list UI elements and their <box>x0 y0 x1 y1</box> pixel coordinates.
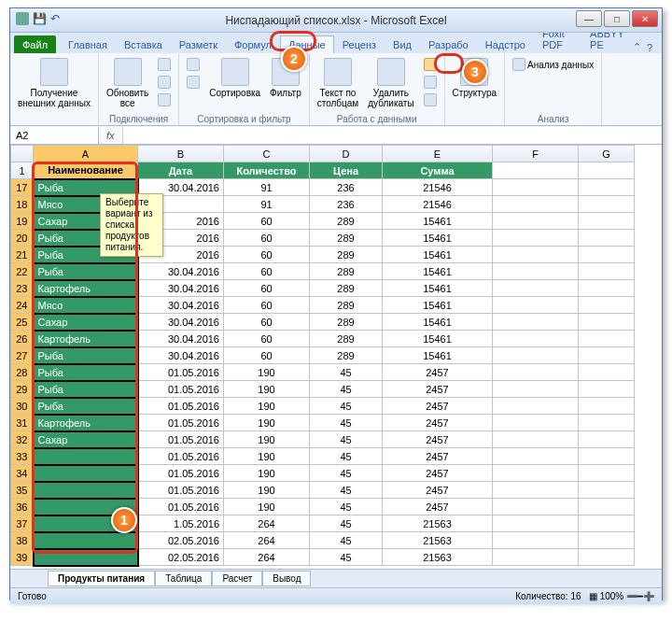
cell-e25[interactable]: 15461 <box>383 314 493 331</box>
zoom-in-icon[interactable]: ➕ <box>643 591 654 601</box>
cell-e27[interactable]: 15461 <box>383 347 493 364</box>
qat-undo-icon[interactable]: ↶ <box>50 12 60 25</box>
cell-c25[interactable]: 60 <box>224 314 310 331</box>
cell-d36[interactable]: 45 <box>310 499 383 515</box>
cell-e39[interactable]: 21563 <box>383 549 493 566</box>
cell-a35[interactable] <box>34 482 138 499</box>
data-analysis-button[interactable]: Анализ данных <box>511 56 595 73</box>
cell-c24[interactable]: 60 <box>224 297 310 314</box>
cell-e22[interactable]: 15461 <box>383 263 493 280</box>
row-33[interactable]: 33 <box>11 448 34 465</box>
cell-b32[interactable]: 01.05.2016 <box>138 431 224 448</box>
properties-button[interactable] <box>156 74 173 91</box>
header-qty[interactable]: Количество <box>224 162 310 179</box>
cell-b36[interactable]: 01.05.2016 <box>138 499 224 515</box>
cell-b37[interactable]: 1.05.2016 <box>138 515 224 532</box>
cell-d20[interactable]: 289 <box>310 230 383 247</box>
cell-c31[interactable]: 190 <box>224 415 310 431</box>
cell-d28[interactable]: 45 <box>310 364 383 381</box>
cell-d19[interactable]: 289 <box>310 213 383 230</box>
cell-e24[interactable]: 15461 <box>383 297 493 314</box>
cell-a39[interactable] <box>34 549 138 566</box>
row-17[interactable]: 17 <box>11 179 34 196</box>
row-28[interactable]: 28 <box>11 364 34 381</box>
row-38[interactable]: 38 <box>11 532 34 549</box>
row-27[interactable]: 27 <box>11 347 34 364</box>
cell-b25[interactable]: 30.04.2016 <box>138 314 224 331</box>
cell-a26[interactable]: Картофель <box>34 331 138 347</box>
cell-c33[interactable]: 190 <box>224 448 310 465</box>
cell-d31[interactable]: 45 <box>310 415 383 431</box>
cell-d38[interactable]: 45 <box>310 532 383 549</box>
cell-e26[interactable]: 15461 <box>383 331 493 347</box>
cell-e20[interactable]: 15461 <box>383 230 493 247</box>
cell-a23[interactable]: Картофель <box>34 280 138 297</box>
cell-e31[interactable]: 2457 <box>383 415 493 431</box>
cell-b24[interactable]: 30.04.2016 <box>138 297 224 314</box>
row-39[interactable]: 39 <box>11 549 34 566</box>
cell-e30[interactable]: 2457 <box>383 398 493 415</box>
cell-c17[interactable]: 91 <box>224 179 310 196</box>
cell-d33[interactable]: 45 <box>310 448 383 465</box>
sheet-output[interactable]: Вывод <box>262 571 311 586</box>
remove-duplicates-button[interactable]: Удалить дубликаты <box>366 56 415 110</box>
sheet-calc[interactable]: Расчет <box>212 571 262 586</box>
cell-b33[interactable]: 01.05.2016 <box>138 448 224 465</box>
data-validation-button[interactable] <box>422 56 439 73</box>
cell-b29[interactable]: 01.05.2016 <box>138 381 224 398</box>
cell-d27[interactable]: 289 <box>310 347 383 364</box>
cell-d39[interactable]: 45 <box>310 549 383 566</box>
cell-a25[interactable]: Сахар <box>34 314 138 331</box>
cell-d25[interactable]: 289 <box>310 314 383 331</box>
cell-e35[interactable]: 2457 <box>383 482 493 499</box>
cell-d34[interactable]: 45 <box>310 465 383 482</box>
cell-d30[interactable]: 45 <box>310 398 383 415</box>
cell-e18[interactable]: 21546 <box>383 196 493 213</box>
cell-d24[interactable]: 289 <box>310 297 383 314</box>
tab-layout[interactable]: Разметк <box>171 35 226 53</box>
cell-e38[interactable]: 21563 <box>383 532 493 549</box>
cell-b34[interactable]: 01.05.2016 <box>138 465 224 482</box>
cell-b38[interactable]: 02.05.2016 <box>138 532 224 549</box>
cell-b22[interactable]: 30.04.2016 <box>138 263 224 280</box>
cell-b35[interactable]: 01.05.2016 <box>138 482 224 499</box>
cell-c38[interactable]: 264 <box>224 532 310 549</box>
cell-e36[interactable]: 2457 <box>383 499 493 515</box>
cell-d35[interactable]: 45 <box>310 482 383 499</box>
qat-save-icon[interactable]: 💾 <box>33 12 47 25</box>
cell-d32[interactable]: 45 <box>310 431 383 448</box>
cell-c28[interactable]: 190 <box>224 364 310 381</box>
row-24[interactable]: 24 <box>11 297 34 314</box>
header-sum[interactable]: Сумма <box>383 162 493 179</box>
cell-d21[interactable]: 289 <box>310 247 383 263</box>
cell-c27[interactable]: 60 <box>224 347 310 364</box>
row-18[interactable]: 18 <box>11 196 34 213</box>
cell-c34[interactable]: 190 <box>224 465 310 482</box>
cell-c30[interactable]: 190 <box>224 398 310 415</box>
cell-c35[interactable]: 190 <box>224 482 310 499</box>
what-if-button[interactable] <box>422 92 439 108</box>
cell-a38[interactable] <box>34 532 138 549</box>
cell-a29[interactable]: Рыба <box>34 381 138 398</box>
row-36[interactable]: 36 <box>11 499 34 515</box>
cell-e23[interactable]: 15461 <box>383 280 493 297</box>
cell-c21[interactable]: 60 <box>224 247 310 263</box>
cell-e19[interactable]: 15461 <box>383 213 493 230</box>
fx-icon[interactable]: fx <box>99 130 122 141</box>
formula-input[interactable] <box>122 127 662 144</box>
cell-c39[interactable]: 264 <box>224 549 310 566</box>
row-32[interactable]: 32 <box>11 431 34 448</box>
cell-b31[interactable]: 01.05.2016 <box>138 415 224 431</box>
consolidate-button[interactable] <box>422 74 439 91</box>
tab-addins[interactable]: Надстро <box>477 35 534 53</box>
cell-b26[interactable]: 30.04.2016 <box>138 331 224 347</box>
row-35[interactable]: 35 <box>11 482 34 499</box>
row-19[interactable]: 19 <box>11 213 34 230</box>
cell-b27[interactable]: 30.04.2016 <box>138 347 224 364</box>
row-25[interactable]: 25 <box>11 314 34 331</box>
tab-formulas[interactable]: Формул <box>226 35 280 53</box>
col-b[interactable]: B <box>138 146 224 162</box>
cell-d37[interactable]: 45 <box>310 515 383 532</box>
zoom-out-icon[interactable]: ➖ <box>626 591 637 601</box>
tab-review[interactable]: Реценз <box>334 35 385 53</box>
